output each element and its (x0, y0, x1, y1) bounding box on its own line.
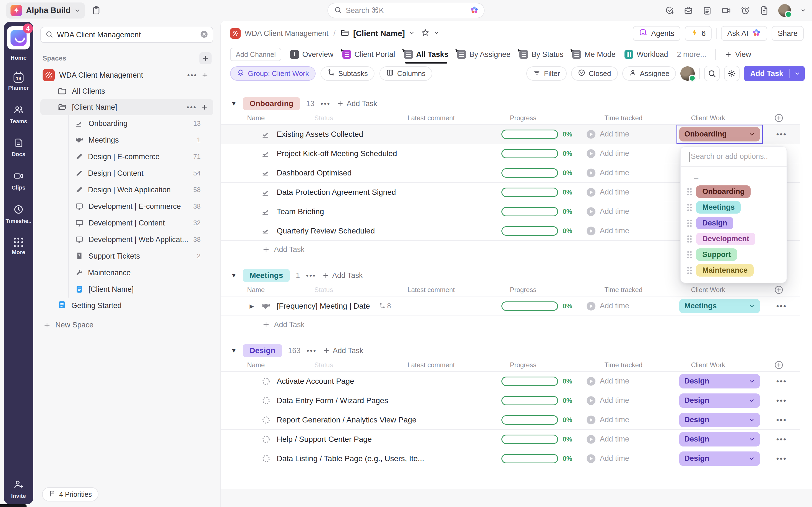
task-name[interactable]: Team Briefing (276, 207, 324, 216)
sidebar-list-dev-webapp[interactable]: Development | Web Applicat... 38 (68, 231, 213, 248)
group-add-task[interactable]: Add Task (322, 271, 363, 280)
collapse-icon[interactable]: ▼ (231, 272, 237, 279)
sidebar-list-support-tickets[interactable]: Support Tickets 2 (68, 248, 213, 265)
add-column-icon[interactable] (774, 113, 784, 125)
client-work-cell[interactable]: Meetings (676, 296, 763, 316)
task-name[interactable]: Existing Assets Collected (276, 130, 363, 139)
tab-by-assignee[interactable]: By Assignee (457, 46, 511, 63)
rail-item-planner[interactable]: 19 Planner (5, 73, 32, 91)
client-work-tag[interactable]: Design (679, 393, 760, 408)
me-filter-avatar[interactable] (680, 66, 695, 81)
tab-all-tasks[interactable]: All Tasks (404, 46, 449, 63)
folder-menu-icon[interactable]: ••• (187, 103, 197, 112)
task-name[interactable]: Report Generation / Analytics View Page (276, 415, 416, 425)
client-work-cell[interactable]: Design (676, 430, 763, 449)
reminder-icon[interactable] (741, 6, 750, 15)
task-row[interactable]: Report Generation / Analytics View Page … (221, 410, 800, 430)
task-row[interactable]: ▶ [Frequency] Meeting | Date 8 0% Add ti… (221, 296, 800, 316)
space-menu-icon[interactable]: ••• (187, 71, 197, 79)
client-work-tag[interactable]: Design (679, 374, 760, 389)
add-time-button[interactable]: Add time (586, 453, 676, 464)
task-name[interactable]: Activate Account Page (276, 377, 354, 386)
add-task-chevron[interactable] (789, 69, 805, 78)
group-menu-icon[interactable]: ••• (320, 100, 331, 108)
client-work-tag[interactable]: Design (679, 432, 760, 447)
add-time-button[interactable]: Add time (586, 376, 676, 387)
client-work-tag[interactable]: Design (679, 413, 760, 427)
tab-client-portal[interactable]: Client Portal (342, 46, 395, 63)
client-work-tag[interactable]: Design (679, 451, 760, 466)
tab-by-status[interactable]: By Status (519, 46, 564, 63)
group-add-task[interactable]: Add Task (323, 346, 363, 355)
filter-button[interactable]: Filter (526, 66, 567, 81)
task-name[interactable]: Data Entry Form / Wizard Pages (276, 396, 388, 405)
notepad-icon[interactable] (703, 6, 712, 15)
new-space-button[interactable]: New Space (43, 321, 213, 329)
share-button[interactable]: Share (772, 26, 804, 41)
group-menu-icon[interactable]: ••• (307, 346, 317, 355)
drag-handle-icon[interactable] (687, 220, 692, 227)
drag-handle-icon[interactable] (687, 204, 692, 211)
task-menu-icon[interactable]: ••• (763, 435, 800, 444)
client-work-cell-active[interactable]: Onboarding (676, 125, 763, 144)
add-task-button[interactable]: Add Task (744, 66, 805, 81)
collapse-icon[interactable]: ▼ (231, 347, 237, 354)
sidebar-doc-client-name[interactable]: [Client Name] (68, 281, 213, 297)
more-tabs[interactable]: 2 more... (677, 50, 706, 59)
folder-add-icon[interactable] (198, 101, 210, 113)
add-time-button[interactable]: Add time (586, 226, 676, 236)
client-work-cell[interactable]: Design (676, 449, 763, 468)
ai-flower-icon[interactable] (470, 5, 479, 16)
task-row[interactable]: Activate Account Page 0% Add time Design… (221, 372, 800, 391)
new-task-icon[interactable] (665, 6, 674, 15)
dropdown-option-design[interactable]: Design (680, 215, 786, 231)
sidebar-list-design-webapp[interactable]: Design | Web Application 58 (68, 181, 213, 198)
task-row[interactable]: Data Listing / Table Page (e.g., Users, … (221, 449, 800, 468)
add-task-row[interactable]: Add Task (221, 316, 800, 334)
doc-icon[interactable] (759, 6, 769, 15)
add-time-button[interactable]: Add time (586, 148, 676, 159)
task-name[interactable]: [Frequency] Meeting | Date (276, 302, 370, 311)
account-chevron-icon[interactable] (800, 8, 806, 13)
workspace-switcher[interactable]: Alpha Build (6, 2, 85, 18)
sidebar-list-design-content[interactable]: Design | Content 54 (68, 165, 213, 181)
add-time-button[interactable]: Add time (586, 301, 676, 312)
global-search[interactable]: Search ⌘K (327, 3, 485, 18)
add-time-button[interactable]: Add time (586, 187, 676, 198)
task-name[interactable]: Help / Support Center Page (276, 435, 372, 444)
drag-handle-icon[interactable] (687, 188, 692, 195)
dropdown-option-development[interactable]: Development (680, 231, 786, 247)
sidebar-list-meetings[interactable]: Meetings 1 (68, 132, 213, 148)
add-space-button[interactable] (199, 52, 212, 64)
group-add-task[interactable]: Add Task (337, 100, 377, 108)
expand-caret-icon[interactable]: ▶ (249, 303, 255, 309)
add-time-button[interactable]: Add time (586, 415, 676, 425)
columns-button[interactable]: Columns (379, 66, 432, 81)
drag-handle-icon[interactable] (687, 267, 692, 274)
client-work-cell[interactable]: Design (676, 391, 763, 410)
view-settings-button[interactable] (724, 66, 740, 81)
tab-me-mode[interactable]: Me Mode (572, 46, 616, 63)
task-name[interactable]: Quarterly Review Scheduled (276, 227, 375, 235)
agents-button[interactable]: Agents (633, 26, 680, 41)
task-row[interactable]: Help / Support Center Page 0% Add time D… (221, 430, 800, 449)
subtask-count[interactable]: 8 (379, 302, 391, 310)
rail-item-more[interactable]: More (5, 238, 32, 256)
task-menu-icon[interactable]: ••• (763, 454, 800, 463)
inbox-icon[interactable] (684, 6, 693, 15)
ai-credits-button[interactable]: 6 (685, 26, 712, 41)
client-work-cell[interactable]: Design (676, 410, 763, 430)
dropdown-option-onboarding[interactable]: Onboarding (680, 184, 786, 200)
collapse-icon[interactable]: ▼ (231, 100, 237, 107)
task-menu-icon[interactable]: ••• (763, 130, 800, 139)
task-menu-icon[interactable]: ••• (763, 396, 800, 405)
sidebar-folder-client-name[interactable]: [Client Name] ••• (40, 99, 213, 115)
clipboard-icon[interactable] (92, 6, 101, 15)
rail-item-invite[interactable]: Invite (11, 479, 26, 499)
task-name[interactable]: Data Protection Agreement Signed (276, 188, 396, 197)
sidebar-list-onboarding[interactable]: Onboarding 13 (68, 115, 213, 132)
task-row[interactable]: Existing Assets Collected 0% Add time On… (221, 125, 800, 144)
breadcrumb-current[interactable]: [Client Name] (353, 29, 405, 38)
add-column-icon[interactable] (774, 285, 784, 296)
dropdown-search-input[interactable] (691, 152, 778, 161)
